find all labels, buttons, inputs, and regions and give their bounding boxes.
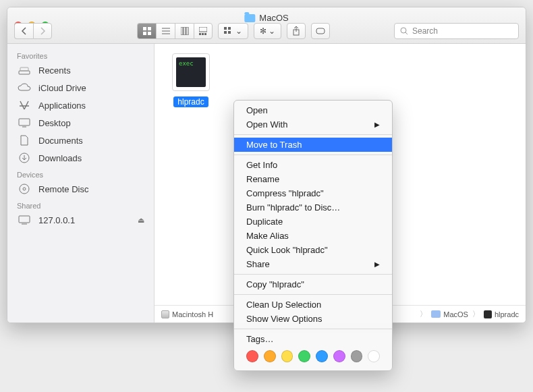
svg-rect-9 bbox=[186, 27, 188, 35]
exec-icon bbox=[484, 310, 492, 318]
recents-icon bbox=[17, 64, 32, 76]
path-crumb-macos[interactable]: MacOS bbox=[431, 310, 468, 318]
toolbar: ⌄ ✻⌄ Search bbox=[14, 23, 519, 39]
tag-green[interactable] bbox=[298, 350, 310, 362]
file-item-hlpradc[interactable]: exec hlpradc bbox=[164, 53, 218, 107]
tag-none[interactable] bbox=[368, 350, 380, 362]
sidebar-item-remote-disc[interactable]: Remote Disc bbox=[7, 180, 154, 198]
tag-purple[interactable] bbox=[333, 350, 345, 362]
hd-icon bbox=[161, 310, 169, 318]
titlebar: MacOS ⌄ ✻⌄ Search bbox=[7, 7, 526, 44]
svg-rect-20 bbox=[316, 28, 325, 34]
exec-label: exec bbox=[179, 60, 194, 67]
icon-view-button[interactable] bbox=[137, 23, 156, 39]
devices-heading: Devices bbox=[7, 167, 154, 180]
tag-yellow[interactable] bbox=[281, 350, 293, 362]
svg-rect-12 bbox=[202, 33, 204, 35]
eject-icon[interactable]: ⏏ bbox=[138, 216, 144, 225]
search-placeholder: Search bbox=[412, 26, 438, 36]
svg-rect-11 bbox=[199, 33, 201, 35]
action-button[interactable]: ✻⌄ bbox=[254, 23, 281, 39]
menu-item-move-to-trash[interactable]: Move to Trash bbox=[234, 138, 392, 152]
path-crumb-file[interactable]: hlpradc bbox=[484, 310, 519, 318]
share-button[interactable] bbox=[287, 23, 306, 39]
menu-item-duplicate[interactable]: Duplicate bbox=[234, 215, 392, 229]
chevron-right-icon: 〉 bbox=[472, 309, 480, 319]
tag-blue[interactable] bbox=[316, 350, 328, 362]
svg-rect-2 bbox=[143, 32, 146, 35]
tags-button[interactable] bbox=[311, 23, 330, 39]
documents-icon bbox=[17, 134, 32, 146]
gallery-view-button[interactable] bbox=[194, 23, 213, 39]
folder-icon bbox=[431, 310, 441, 318]
svg-rect-31 bbox=[19, 216, 30, 223]
svg-rect-17 bbox=[228, 31, 231, 34]
menu-item-make-alias[interactable]: Make Alias bbox=[234, 229, 392, 243]
svg-rect-24 bbox=[20, 67, 28, 71]
sidebar-item-downloads[interactable]: Downloads bbox=[7, 149, 154, 167]
menu-item-rename[interactable]: Rename bbox=[234, 172, 392, 186]
menu-separator bbox=[234, 329, 392, 329]
window-title: MacOS bbox=[244, 13, 288, 23]
path-crumb-hd[interactable]: Macintosh H bbox=[161, 310, 213, 318]
sidebar-item-host[interactable]: 127.0.0.1⏏ bbox=[7, 211, 154, 229]
menu-separator bbox=[234, 134, 392, 135]
menu-separator bbox=[234, 294, 392, 295]
menu-item-copy[interactable]: Copy "hlpradc" bbox=[234, 277, 392, 291]
menu-item-clean-up[interactable]: Clean Up Selection bbox=[234, 298, 392, 312]
sidebar-item-desktop[interactable]: Desktop bbox=[7, 114, 154, 132]
arrange-button[interactable]: ⌄ bbox=[218, 23, 248, 39]
sidebar-item-documents[interactable]: Documents bbox=[7, 132, 154, 149]
svg-point-29 bbox=[20, 184, 29, 194]
menu-item-open-with[interactable]: Open With▶ bbox=[234, 117, 392, 132]
svg-rect-7 bbox=[181, 27, 183, 35]
column-view-button[interactable] bbox=[175, 23, 194, 39]
menu-item-compress[interactable]: Compress "hlpradc" bbox=[234, 186, 392, 200]
forward-button[interactable] bbox=[33, 23, 52, 39]
svg-rect-3 bbox=[148, 32, 151, 35]
menu-separator bbox=[234, 155, 392, 155]
sidebar: Favorites Recents iCloud Drive Applicati… bbox=[7, 44, 155, 323]
svg-rect-1 bbox=[148, 27, 151, 30]
svg-rect-10 bbox=[199, 27, 207, 32]
chevron-right-icon: 〉 bbox=[420, 309, 427, 319]
search-icon bbox=[400, 27, 408, 35]
tag-color-row bbox=[234, 346, 392, 368]
svg-point-30 bbox=[23, 188, 26, 190]
icloud-icon bbox=[17, 82, 32, 94]
nav-buttons bbox=[14, 23, 52, 39]
svg-rect-8 bbox=[184, 27, 186, 35]
submenu-arrow-icon: ▶ bbox=[374, 121, 380, 128]
svg-line-22 bbox=[405, 32, 408, 34]
tag-red[interactable] bbox=[246, 350, 258, 362]
menu-item-tags[interactable]: Tags… bbox=[234, 332, 392, 346]
menu-item-quick-look[interactable]: Quick Look "hlpradc" bbox=[234, 243, 392, 257]
downloads-icon bbox=[17, 152, 32, 164]
svg-rect-14 bbox=[224, 27, 227, 30]
menu-item-burn[interactable]: Burn "hlpradc" to Disc… bbox=[234, 200, 392, 215]
svg-rect-16 bbox=[224, 31, 227, 34]
list-view-button[interactable] bbox=[156, 23, 175, 39]
menu-item-share[interactable]: Share▶ bbox=[234, 257, 392, 271]
favorites-heading: Favorites bbox=[7, 48, 154, 61]
file-name-label[interactable]: hlpradc bbox=[173, 96, 208, 107]
menu-item-get-info[interactable]: Get Info bbox=[234, 158, 392, 172]
tag-icon bbox=[316, 27, 325, 35]
search-input[interactable]: Search bbox=[394, 23, 519, 39]
sidebar-item-icloud[interactable]: iCloud Drive bbox=[7, 79, 154, 96]
svg-rect-25 bbox=[19, 119, 30, 125]
sidebar-item-applications[interactable]: Applications bbox=[7, 96, 154, 114]
gear-icon: ✻ bbox=[260, 26, 266, 36]
svg-rect-15 bbox=[228, 27, 231, 30]
menu-separator bbox=[234, 274, 392, 275]
tag-orange[interactable] bbox=[264, 350, 276, 362]
host-icon bbox=[17, 214, 32, 226]
desktop-icon bbox=[17, 117, 32, 129]
sidebar-item-recents[interactable]: Recents bbox=[7, 61, 154, 79]
window-title-text: MacOS bbox=[259, 13, 288, 23]
folder-icon bbox=[244, 14, 255, 22]
menu-item-view-options[interactable]: Show View Options bbox=[234, 312, 392, 326]
tag-gray[interactable] bbox=[351, 350, 363, 362]
menu-item-open[interactable]: Open bbox=[234, 103, 392, 117]
back-button[interactable] bbox=[14, 23, 33, 39]
